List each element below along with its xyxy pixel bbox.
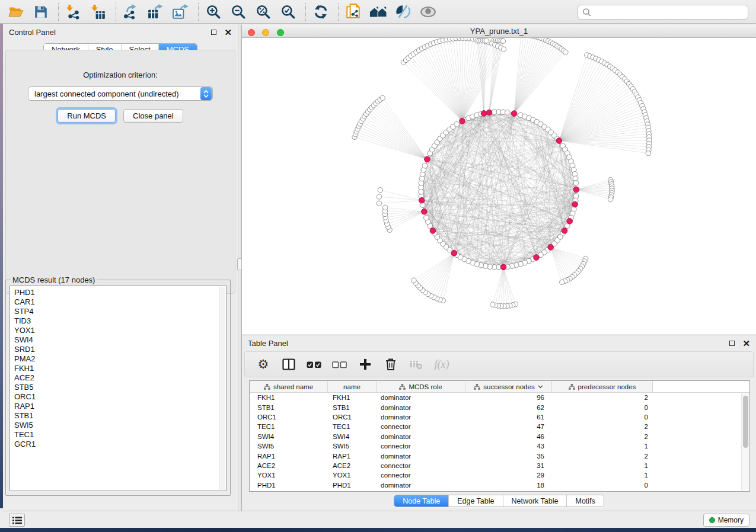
float-window-icon[interactable] <box>211 30 216 35</box>
close-panel-button[interactable]: Close panel <box>123 109 183 123</box>
graph-node[interactable] <box>505 110 511 115</box>
export-image-icon[interactable] <box>172 3 190 21</box>
graph-hub-node[interactable] <box>500 264 506 270</box>
list-item[interactable]: STP4 <box>14 307 226 316</box>
graph-hub-node[interactable] <box>534 255 540 261</box>
list-item[interactable]: STB1 <box>14 411 226 421</box>
result-scrollbar[interactable] <box>219 287 225 490</box>
graph-leaf-node[interactable] <box>563 50 568 55</box>
list-item[interactable]: FKH1 <box>14 364 226 373</box>
graph-leaf-node[interactable] <box>383 205 388 210</box>
save-session-icon[interactable] <box>32 3 50 21</box>
list-item[interactable]: SWI5 <box>14 421 226 430</box>
graph-node[interactable] <box>424 215 429 220</box>
graph-node[interactable] <box>454 121 460 127</box>
network-canvas[interactable] <box>242 38 756 334</box>
table-row[interactable]: RAP1RAP1dominator352 <box>250 451 749 460</box>
network-from-selection-icon[interactable] <box>344 3 362 21</box>
list-item[interactable]: GCR1 <box>14 440 226 449</box>
graph-leaf-node[interactable] <box>490 302 495 307</box>
graph-hub-node[interactable] <box>562 228 567 234</box>
graph-hub-node[interactable] <box>425 156 430 162</box>
export-table-icon[interactable] <box>147 3 165 21</box>
graph-leaf-node[interactable] <box>412 278 416 283</box>
table-row[interactable]: TEC1TEC1connector472 <box>250 422 749 431</box>
task-history-button[interactable] <box>9 514 25 527</box>
graph-leaf-node[interactable] <box>377 201 381 206</box>
settings-gear-icon[interactable]: ⚙ <box>256 357 271 372</box>
memory-button[interactable]: Memory <box>703 514 749 527</box>
column-header-name[interactable]: name <box>328 381 377 392</box>
table-row[interactable]: YOX1YOX1connector291 <box>250 470 749 480</box>
export-network-icon[interactable] <box>122 3 140 21</box>
table-row[interactable]: PHD1PHD1dominator180 <box>250 480 749 490</box>
criterion-dropdown[interactable]: largest connected component (undirected) <box>28 86 213 101</box>
graph-hub-node[interactable] <box>556 138 562 144</box>
float-table-panel-icon[interactable] <box>729 341 735 346</box>
list-item[interactable]: RAP1 <box>14 402 226 411</box>
table-row[interactable]: ACE2ACE2connector311 <box>250 461 749 470</box>
tab-node-table[interactable]: Node Table <box>394 495 448 507</box>
graph-node[interactable] <box>422 163 428 168</box>
graph-hub-node[interactable] <box>422 209 428 214</box>
graph-leaf-node[interactable] <box>501 47 506 52</box>
graph-node[interactable] <box>492 110 497 115</box>
tab-motifs[interactable]: Motifs <box>566 495 603 507</box>
graph-hub-node[interactable] <box>419 197 425 203</box>
list-item[interactable]: TEC1 <box>14 430 226 440</box>
close-table-panel-icon[interactable]: ✕ <box>742 341 750 346</box>
graph-leaf-node[interactable] <box>646 151 650 156</box>
zoom-selected-icon[interactable] <box>279 3 297 21</box>
select-all-icon[interactable] <box>307 357 322 372</box>
graph-hub-node[interactable] <box>548 245 554 251</box>
list-item[interactable]: ACE2 <box>14 373 226 383</box>
graph-hub-node[interactable] <box>451 251 457 257</box>
list-item[interactable]: YOX1 <box>14 326 226 335</box>
minimize-window-icon[interactable] <box>262 29 269 36</box>
list-item[interactable]: ORC1 <box>14 392 226 402</box>
table-row[interactable]: FKH1FKH1dominator962 <box>250 393 749 402</box>
hide-selected-icon[interactable] <box>394 3 412 21</box>
graph-leaf-node[interactable] <box>500 39 505 43</box>
run-mcds-button[interactable]: Run MCDS <box>58 109 116 123</box>
graph-node[interactable] <box>573 180 579 185</box>
open-session-icon[interactable] <box>7 3 25 21</box>
clear-table-icon[interactable] <box>409 357 424 372</box>
close-window-icon[interactable] <box>248 29 255 36</box>
mcds-result-listbox[interactable]: PHD1CAR1STP4TID3YOX1SWI4SRD1PMA2FKH1ACE2… <box>9 286 227 491</box>
graph-hub-node[interactable] <box>511 111 517 117</box>
add-column-icon[interactable] <box>358 357 373 372</box>
zoom-fit-icon[interactable] <box>254 3 272 21</box>
table-row[interactable]: SWI4SWI4dominator462 <box>250 432 749 441</box>
graph-hub-node[interactable] <box>481 111 487 117</box>
graph-hub-node[interactable] <box>430 228 436 234</box>
graph-leaf-node[interactable] <box>380 95 385 100</box>
list-item[interactable]: TID3 <box>14 316 226 326</box>
delete-column-icon[interactable] <box>383 357 398 372</box>
zoom-window-icon[interactable] <box>277 29 284 36</box>
refresh-layout-icon[interactable] <box>312 3 330 21</box>
graph-leaf-node[interactable] <box>484 38 489 43</box>
list-item[interactable]: PHD1 <box>14 288 226 297</box>
graph-hub-node[interactable] <box>572 201 578 207</box>
deselect-all-icon[interactable] <box>332 357 347 372</box>
tab-edge-table[interactable]: Edge Table <box>448 495 502 507</box>
show-hidden-icon[interactable] <box>419 3 437 21</box>
graph-leaf-node[interactable] <box>560 280 564 284</box>
graph-leaf-node[interactable] <box>378 188 382 193</box>
column-header-shared-name[interactable]: shared name <box>250 381 328 392</box>
graph-hub-node[interactable] <box>573 187 579 193</box>
list-item[interactable]: PMA2 <box>14 354 226 364</box>
network-window-titlebar[interactable]: YPA_prune.txt_1 <box>242 25 756 38</box>
list-item[interactable]: CAR1 <box>14 297 226 307</box>
table-scrollbar[interactable] <box>741 393 749 491</box>
list-item[interactable]: SRD1 <box>14 345 226 354</box>
graph-hub-node[interactable] <box>460 118 465 124</box>
graph-leaf-node[interactable] <box>377 194 381 199</box>
split-columns-icon[interactable] <box>281 357 296 372</box>
zoom-out-icon[interactable] <box>229 3 247 21</box>
show-all-icon[interactable] <box>369 3 387 21</box>
list-item[interactable]: STB5 <box>14 383 226 392</box>
column-header-predecessor-nodes[interactable]: predecessor nodes <box>552 381 653 392</box>
zoom-in-icon[interactable] <box>205 3 222 21</box>
